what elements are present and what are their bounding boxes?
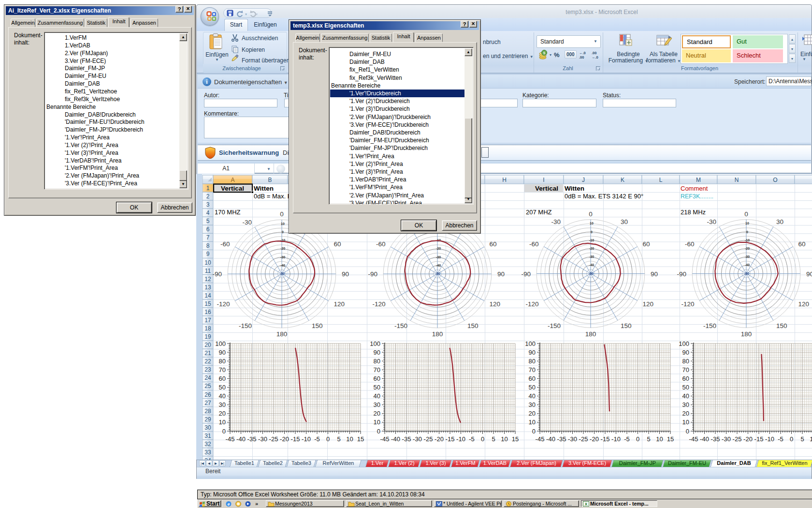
svg-text:-20: -20 [745,247,750,250]
svg-text:0: 0 [746,230,748,234]
svg-text:31: 31 [204,433,211,439]
svg-text:90: 90 [342,270,349,278]
svg-text:10: 10 [682,418,689,426]
svg-text:0: 0 [532,428,536,435]
svg-text:0: 0 [686,428,689,435]
svg-text:-120: -120 [526,300,539,308]
svg-text:Witten: Witten [254,185,274,192]
svg-text:▾: ▾ [245,12,247,16]
svg-text:207 MHZ: 207 MHZ [526,209,552,216]
svg-text:-40: -40 [546,435,555,443]
svg-text:5: 5 [492,435,495,443]
svg-text:10: 10 [346,435,353,443]
svg-text:-45: -45 [380,435,390,443]
svg-text:»: » [255,501,258,507]
svg-text:90: 90 [806,270,812,278]
svg-text:10: 10 [656,435,663,443]
svg-text:25: 25 [204,383,211,389]
svg-text:9: 9 [206,251,210,257]
svg-text:50: 50 [682,384,689,391]
svg-text:10: 10 [219,418,226,426]
svg-text:-50: -50 [744,272,749,275]
svg-text:17: 17 [204,317,211,324]
svg-text:0: 0 [744,210,748,218]
svg-text:-30: -30 [280,255,285,259]
svg-text:M: M [696,177,701,183]
svg-text:-45: -45 [689,435,698,443]
svg-text:0: 0 [790,435,793,443]
svg-text:15: 15 [512,435,519,443]
svg-text:20: 20 [529,410,536,417]
svg-text:30: 30 [219,401,226,408]
svg-text:-20: -20 [589,247,594,250]
svg-text:30: 30 [621,218,628,225]
svg-text:19: 19 [204,333,211,340]
svg-text:60: 60 [529,375,536,382]
svg-text:-150: -150 [239,322,252,329]
svg-text:80: 80 [219,358,226,365]
svg-text:-20: -20 [280,247,285,250]
svg-text:4: 4 [206,209,210,216]
svg-text:60: 60 [642,240,650,248]
svg-text:150: 150 [312,322,323,329]
svg-text:40: 40 [682,392,689,400]
svg-text:-120: -120 [373,300,386,308]
svg-text:-10: -10 [456,435,465,443]
svg-text:90: 90 [529,349,536,356]
svg-text:10: 10 [590,222,594,225]
svg-text:.00: .00 [579,55,584,60]
svg-text:100: 100 [370,340,380,347]
svg-text:-35: -35 [402,435,411,443]
svg-text:-30: -30 [722,435,731,443]
svg-text:▾: ▾ [550,53,551,57]
svg-text:Witten: Witten [565,185,584,192]
svg-text:120: 120 [489,300,500,308]
svg-text:40: 40 [529,392,536,400]
svg-text:-5: -5 [778,435,783,443]
svg-text:5: 5 [647,435,650,443]
svg-text:5: 5 [206,218,210,224]
svg-text:-5: -5 [469,435,475,443]
svg-text:-10: -10 [765,435,774,443]
svg-text:80: 80 [682,358,689,365]
svg-text:100: 100 [215,340,226,347]
svg-text:-30: -30 [413,435,422,443]
svg-text:23: 23 [204,366,211,373]
svg-text:50: 50 [219,384,226,391]
svg-text:-150: -150 [548,322,561,329]
svg-text:0: 0 [282,230,284,234]
svg-text:15: 15 [667,435,674,443]
svg-text:10: 10 [281,222,285,225]
svg-text:-45: -45 [226,435,235,443]
svg-text:70: 70 [682,366,689,374]
svg-text:-50: -50 [435,272,440,275]
svg-text:-60: -60 [529,240,539,248]
svg-text:120: 120 [642,300,653,308]
svg-text:-30: -30 [707,218,716,225]
svg-text:10: 10 [501,435,508,443]
svg-text:60: 60 [334,240,341,248]
svg-text:60: 60 [374,375,380,382]
svg-text:30: 30 [374,401,380,408]
svg-text:60: 60 [682,375,689,382]
svg-text:e: e [227,502,230,507]
svg-text:I: I [543,177,544,183]
svg-text:27: 27 [204,400,211,406]
svg-text:-30: -30 [551,218,561,225]
svg-text:20: 20 [374,410,380,417]
svg-text:0: 0 [377,428,380,435]
svg-text:L: L [659,177,663,183]
svg-text:-60: -60 [220,240,230,248]
svg-text:24: 24 [204,374,211,381]
svg-text:-45: -45 [536,435,545,443]
svg-text:-150: -150 [703,322,716,329]
svg-text:180: 180 [585,330,596,338]
svg-text:-35: -35 [247,435,257,443]
svg-text:90: 90 [219,349,226,356]
svg-text:-90: -90 [368,270,377,278]
svg-text:50: 50 [529,384,536,391]
svg-text:-10: -10 [745,239,750,242]
svg-text:14: 14 [204,292,211,299]
svg-text:20: 20 [682,410,689,417]
svg-text:70: 70 [529,366,536,374]
